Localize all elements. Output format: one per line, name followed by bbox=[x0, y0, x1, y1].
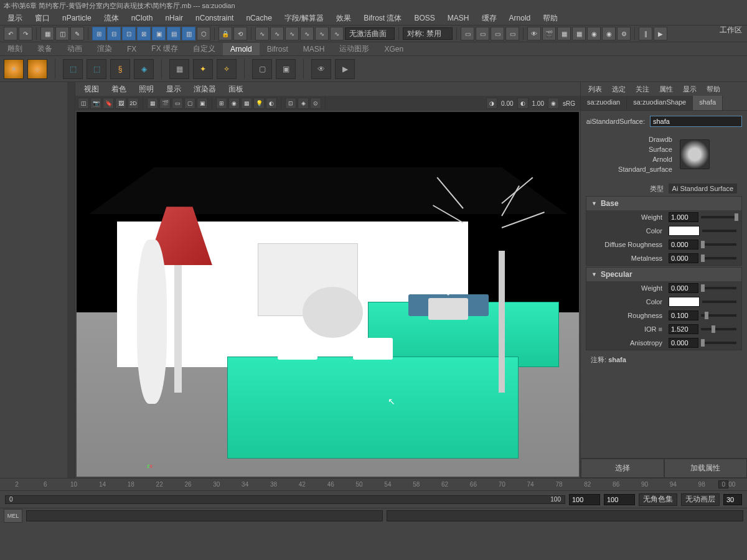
base-color-swatch[interactable] bbox=[669, 226, 700, 236]
arnold-panel1-icon[interactable]: ▢ bbox=[252, 59, 272, 79]
snap-view-icon[interactable]: ▣ bbox=[152, 27, 166, 40]
vp-res-icon[interactable]: ▢ bbox=[184, 98, 195, 109]
construction-dropdown[interactable]: 无激活曲面 bbox=[345, 27, 395, 40]
arnold-film-icon[interactable]: ▶ bbox=[335, 59, 355, 79]
shelf-tab-motion[interactable]: 运动图形 bbox=[332, 42, 377, 56]
base-metal-slider[interactable] bbox=[701, 257, 736, 259]
undo-icon[interactable]: ↶ bbox=[4, 27, 17, 40]
ae-menu-show[interactable]: 显示 bbox=[679, 83, 700, 95]
spec-ior-input[interactable] bbox=[669, 324, 698, 334]
vp-grid-icon[interactable]: ▦ bbox=[147, 98, 158, 109]
curve3-icon[interactable]: ∿ bbox=[285, 27, 299, 40]
arnold-box2-icon[interactable]: ⬚ bbox=[87, 59, 106, 79]
shelf-tab-xgen[interactable]: XGen bbox=[377, 43, 411, 55]
menu-nparticle[interactable]: nParticle bbox=[57, 12, 96, 24]
vp-shadow-icon[interactable]: ◐ bbox=[266, 98, 277, 109]
render7-icon[interactable]: ⚙ bbox=[617, 27, 631, 40]
snap-point-icon[interactable]: ⊡ bbox=[122, 27, 136, 40]
arnold-star1-icon[interactable]: ✦ bbox=[193, 59, 213, 79]
panel1-icon[interactable]: ▭ bbox=[461, 27, 474, 40]
menu-ncloth[interactable]: nCloth bbox=[126, 12, 158, 24]
ae-menu-select[interactable]: 选定 bbox=[608, 83, 629, 95]
arnold-grid1-icon[interactable]: ▦ bbox=[169, 59, 189, 79]
arnold-light1-icon[interactable]: ☀ bbox=[4, 59, 24, 79]
menu-cache[interactable]: 缓存 bbox=[477, 12, 502, 25]
magnet-icon[interactable]: ⬡ bbox=[197, 27, 210, 40]
snap-surf-icon[interactable]: ▤ bbox=[167, 27, 181, 40]
ae-name-input[interactable] bbox=[650, 116, 742, 127]
menu-fields[interactable]: 字段/解算器 bbox=[280, 12, 329, 25]
spec-weight-input[interactable] bbox=[669, 283, 698, 293]
menu-fluid[interactable]: 流体 bbox=[99, 12, 124, 25]
render5-icon[interactable]: ◉ bbox=[587, 27, 601, 40]
menu-arnold[interactable]: Arnold bbox=[504, 12, 536, 24]
arnold-box1-icon[interactable]: ⬚ bbox=[63, 59, 83, 79]
vp-color-icon[interactable]: ◉ bbox=[548, 98, 559, 109]
shelf-tab-render[interactable]: 渲染 bbox=[90, 42, 120, 56]
spec-aniso-slider[interactable] bbox=[701, 342, 736, 344]
arnold-panel2-icon[interactable]: ▣ bbox=[276, 59, 296, 79]
range-start-input[interactable] bbox=[569, 494, 600, 505]
render6-icon[interactable]: ◉ bbox=[602, 27, 616, 40]
vp-exposure-icon[interactable]: ◑ bbox=[486, 98, 497, 109]
arnold-cube-icon[interactable]: ◈ bbox=[134, 59, 154, 79]
lock-icon[interactable]: 🔒 bbox=[218, 27, 232, 40]
ae-section-base[interactable]: Base bbox=[586, 197, 741, 210]
vp-2d-icon[interactable]: 2D bbox=[128, 98, 139, 109]
current-frame[interactable]: 0 bbox=[718, 480, 728, 488]
snap-grid-icon[interactable]: ⊞ bbox=[92, 27, 106, 40]
spec-aniso-input[interactable] bbox=[669, 338, 698, 348]
mel-button[interactable]: MEL bbox=[4, 509, 22, 523]
workspace-label[interactable]: 工作区 bbox=[720, 25, 742, 35]
ae-tab-shape[interactable]: sa:zuodianShape bbox=[627, 96, 693, 110]
base-weight-input[interactable] bbox=[669, 212, 698, 222]
menu-boss[interactable]: BOSS bbox=[410, 12, 440, 24]
paint-icon[interactable]: ✎ bbox=[70, 27, 84, 40]
vp-srgb[interactable]: sRG bbox=[560, 100, 578, 107]
snap-plane-icon[interactable]: ⊠ bbox=[137, 27, 151, 40]
charset-dropdown[interactable]: 无角色集 bbox=[639, 493, 677, 506]
fps-input[interactable] bbox=[723, 494, 742, 505]
arnold-light2-icon[interactable]: ☼ bbox=[27, 59, 47, 79]
base-rough-slider[interactable] bbox=[701, 243, 736, 246]
symmetry-dropdown[interactable]: 对称: 禁用 bbox=[403, 27, 453, 40]
vp-menu-panels[interactable]: 面板 bbox=[223, 83, 248, 96]
ae-menu-focus[interactable]: 关注 bbox=[632, 83, 653, 95]
range-end-input[interactable] bbox=[604, 494, 635, 505]
ae-tab-shafa[interactable]: shafa bbox=[693, 96, 723, 110]
menu-window[interactable]: 窗口 bbox=[30, 12, 55, 25]
menu-nconstraint[interactable]: nConstraint bbox=[190, 12, 238, 24]
vp-menu-renderer[interactable]: 渲染器 bbox=[189, 83, 221, 96]
play-icon[interactable]: ▶ bbox=[654, 27, 667, 40]
redo-icon[interactable]: ↷ bbox=[19, 27, 32, 40]
vp-img-icon[interactable]: 🖼 bbox=[115, 98, 126, 109]
vp-wire-icon[interactable]: ⊞ bbox=[216, 98, 227, 109]
history-icon[interactable]: ⟲ bbox=[233, 27, 247, 40]
spec-rough-slider[interactable] bbox=[701, 314, 736, 317]
vp-film-icon[interactable]: 🎬 bbox=[159, 98, 171, 109]
shelf-tab-mash[interactable]: MASH bbox=[296, 43, 332, 55]
menu-nhair[interactable]: nHair bbox=[160, 12, 188, 24]
spec-ior-slider[interactable] bbox=[701, 328, 736, 330]
vp-safe-icon[interactable]: ▣ bbox=[197, 98, 208, 109]
panel2-icon[interactable]: ▭ bbox=[476, 27, 489, 40]
arnold-spiral-icon[interactable]: § bbox=[110, 59, 130, 79]
vp-cam-icon[interactable]: 📷 bbox=[90, 98, 101, 109]
ae-load-button[interactable]: 加载属性 bbox=[664, 459, 748, 478]
curve1-icon[interactable]: ∿ bbox=[255, 27, 269, 40]
menu-display[interactable]: 显示 bbox=[2, 12, 27, 25]
base-metal-input[interactable] bbox=[669, 253, 698, 263]
menu-ncache[interactable]: nCache bbox=[241, 12, 276, 24]
ae-material-thumb[interactable] bbox=[680, 139, 710, 169]
curve2-icon[interactable]: ∿ bbox=[270, 27, 284, 40]
arnold-eye-icon[interactable]: 👁 bbox=[311, 59, 331, 79]
arnold-star2-icon[interactable]: ✧ bbox=[217, 59, 237, 79]
time-slider[interactable]: 2610141822263034384246505458626670747882… bbox=[0, 478, 747, 490]
spec-color-slider[interactable] bbox=[702, 301, 736, 303]
menu-help[interactable]: 帮助 bbox=[538, 12, 563, 25]
vp-menu-light[interactable]: 照明 bbox=[134, 83, 159, 96]
spec-rough-input[interactable] bbox=[669, 310, 698, 320]
menu-mash[interactable]: MASH bbox=[443, 12, 474, 24]
range-track[interactable]: 0 100 bbox=[5, 495, 565, 504]
vp-menu-show[interactable]: 显示 bbox=[161, 83, 186, 96]
